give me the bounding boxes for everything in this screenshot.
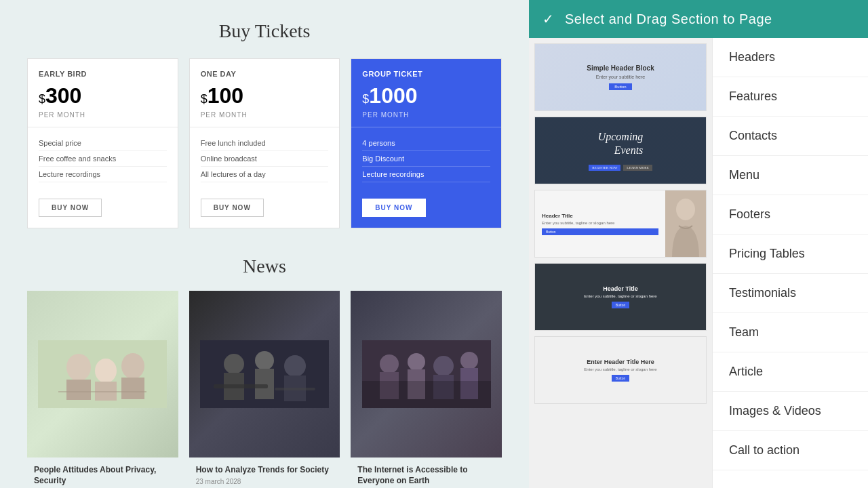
price-dollar-1: $ [39, 92, 45, 106]
nav-item-menu[interactable]: Menu [713, 156, 868, 195]
svg-point-28 [676, 199, 695, 220]
thumb4-title: Header Title [603, 285, 637, 292]
thumbnails-area: Simple Header Block Enter your subtitle … [529, 38, 712, 488]
news-card-2: How to Analyze Trends for Society 23 mar… [189, 291, 340, 458]
pricing-card-early-bird: EARLY BIRD $ 300 PER MONTH Special price… [27, 58, 178, 228]
thumb4-inner: Header Title Enter you subtitle, tagline… [535, 264, 706, 330]
nav-item-pricing-tables[interactable]: Pricing Tables [713, 235, 868, 274]
thumbnail-simple-header[interactable]: Simple Header Block Enter your subtitle … [534, 43, 707, 111]
svg-point-9 [224, 354, 244, 374]
nav-item-contacts[interactable]: Contacts [713, 117, 868, 156]
feature-2-2: Online broadcast [201, 151, 329, 167]
news-date-2: 23 march 2028 [196, 478, 334, 485]
thumb2-btn1: REGISTER NOW [589, 165, 620, 171]
thumb3-right [665, 190, 706, 257]
check-icon: ✓ [542, 11, 554, 27]
thumbnail-upcoming-events[interactable]: UpcomingEvents REGISTER NOW LEARN MORE [534, 117, 707, 184]
svg-point-13 [284, 355, 306, 377]
svg-rect-12 [255, 369, 274, 399]
card-btn-area-2: BUY NOW [190, 190, 340, 228]
news-card-1: People Attitudes About Privacy, Security… [27, 291, 178, 458]
thumb2-btn2: LEARN MORE [623, 165, 652, 171]
thumb4-btn: Button [612, 302, 629, 308]
news-grid: People Attitudes About Privacy, Security… [27, 291, 502, 458]
card-header-group: GROUP TICKET $ 1000 PER MONTH [351, 59, 501, 127]
thumb3-title: Header Title [542, 213, 658, 219]
thumb3-sub: Enter you subtitle, tagline or slogan he… [542, 221, 658, 225]
svg-point-1 [66, 354, 91, 381]
card-features-2: Free lunch included Online broadcast All… [190, 127, 340, 190]
pricing-cards: EARLY BIRD $ 300 PER MONTH Special price… [27, 58, 502, 228]
nav-item-article[interactable]: Article [713, 352, 868, 392]
nav-list: Headers Features Contacts Menu Footers P… [712, 38, 868, 488]
nav-item-features[interactable]: Features [713, 77, 868, 117]
feature-1-2: Free coffee and snacks [39, 151, 167, 167]
feature-3-2: Big Discount [362, 151, 490, 167]
main-content: Buy Tickets EARLY BIRD $ 300 PER MONTH S… [0, 0, 529, 488]
card-price-group: $ 1000 [362, 83, 490, 108]
top-bar: ✓ Select and Drag Section to Page [529, 0, 868, 38]
feature-3-1: 4 persons [362, 136, 490, 151]
price-period-3: PER MONTH [362, 111, 490, 119]
svg-rect-6 [121, 378, 144, 399]
thumb5-title: Enter Header Title Here [587, 359, 654, 365]
thumb3-left: Header Title Enter you subtitle, tagline… [535, 190, 665, 257]
nav-item-call-to-action[interactable]: Call to action [713, 431, 868, 470]
price-period-2: PER MONTH [201, 111, 329, 119]
thumbnail-header-light[interactable]: Enter Header Title Here Enter you subtit… [534, 336, 707, 404]
svg-point-22 [433, 356, 454, 376]
nav-item-team[interactable]: Team [713, 313, 868, 352]
nav-item-footers[interactable]: Footers [713, 195, 868, 235]
news-card-3: The Internet is Accessible to Everyone o… [351, 291, 502, 458]
thumb1-btn: Button [609, 83, 631, 90]
card-price-early-bird: $ 300 [39, 83, 167, 108]
card-label-early-bird: EARLY BIRD [39, 70, 167, 78]
svg-rect-26 [362, 381, 491, 408]
price-amount-3: 1000 [369, 83, 417, 108]
card-header-one-day: ONE DAY $ 100 PER MONTH [190, 59, 340, 127]
thumbnail-header-person[interactable]: Header Title Enter you subtitle, tagline… [534, 190, 707, 258]
feature-1-1: Special price [39, 136, 167, 151]
nav-item-headers[interactable]: Headers [713, 38, 868, 77]
thumb3-btn: Button [542, 228, 658, 235]
thumb4-sub: Enter you subtitle, tagline or slogan he… [584, 294, 656, 298]
thumb1-sub: Enter your subtitle here [596, 75, 645, 79]
thumb5-btn: Button [612, 375, 629, 382]
svg-point-20 [408, 353, 425, 371]
card-features-1: Special price Free coffee and snacks Lec… [28, 127, 178, 190]
svg-point-18 [380, 354, 399, 373]
card-btn-area-3: BUY NOW [351, 190, 501, 228]
thumb3-inner: Header Title Enter you subtitle, tagline… [535, 190, 706, 257]
feature-2-3: All lectures of a day [201, 167, 329, 182]
news-image-1 [27, 291, 178, 458]
nav-item-images-videos[interactable]: Images & Videos [713, 392, 868, 431]
svg-rect-7 [58, 391, 146, 392]
buy-now-button-3[interactable]: BUY NOW [362, 199, 425, 217]
top-bar-title: Select and Drag Section to Page [565, 12, 772, 27]
card-btn-area-1: BUY NOW [28, 190, 178, 228]
news-image-3 [351, 291, 502, 458]
buy-now-button-2[interactable]: BUY NOW [201, 199, 264, 217]
feature-3-3: Lecture recordings [362, 167, 490, 182]
news-headline-1: People Attitudes About Privacy, Security [34, 464, 172, 487]
svg-point-5 [121, 353, 144, 379]
news-headline-3: The Internet is Accessible to Everyone o… [357, 464, 495, 487]
svg-rect-15 [214, 384, 268, 388]
price-amount-2: 100 [208, 83, 243, 108]
news-image-2 [189, 291, 340, 458]
nav-item-testimonials[interactable]: Testimonials [713, 274, 868, 313]
card-label-group: GROUP TICKET [362, 70, 490, 78]
price-period-1: PER MONTH [39, 111, 167, 119]
price-amount-1: 300 [45, 83, 81, 108]
thumbnail-header-dark[interactable]: Header Title Enter you subtitle, tagline… [534, 263, 707, 331]
feature-2-1: Free lunch included [201, 136, 329, 151]
buy-now-button-1[interactable]: BUY NOW [39, 199, 102, 217]
thumb5-sub: Enter you subtitle, tagline or slogan he… [584, 367, 656, 371]
pricing-card-group: GROUP TICKET $ 1000 PER MONTH 4 persons … [351, 58, 502, 228]
svg-point-11 [255, 351, 274, 370]
panel-body: Simple Header Block Enter your subtitle … [529, 38, 868, 488]
feature-1-3: Lecture recordings [39, 167, 167, 182]
svg-rect-2 [66, 380, 91, 400]
pricing-card-one-day: ONE DAY $ 100 PER MONTH Free lunch inclu… [189, 58, 340, 228]
news-headline-2: How to Analyze Trends for Society [196, 464, 334, 476]
